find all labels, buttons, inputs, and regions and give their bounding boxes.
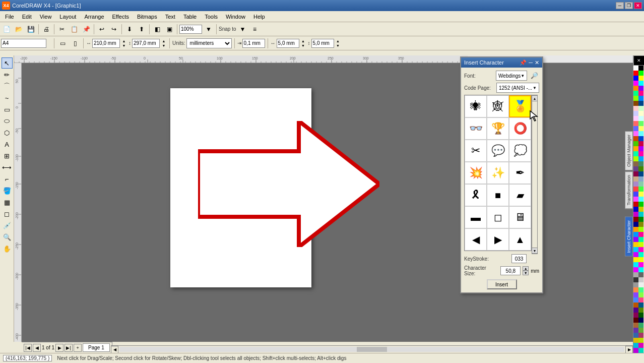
save-button[interactable]: 💾 [25,24,36,35]
scroll-left-btn[interactable]: ◀ [111,346,118,353]
color-swatch[interactable] [638,156,643,161]
color-swatch[interactable] [633,136,638,141]
color-swatch[interactable] [638,292,643,297]
connector-tool[interactable]: ⌐ [2,173,13,185]
char-cell-up[interactable]: ▲ [509,228,531,251]
snap-dropdown-btn[interactable]: ▼ [237,24,248,35]
polygon-tool[interactable]: ⬡ [2,127,13,138]
color-swatch[interactable] [638,217,643,222]
view-mode-btn1[interactable]: ◧ [152,24,163,35]
color-swatch[interactable] [638,338,643,343]
char-cell-thought[interactable]: 💭 [509,140,531,162]
height-down-btn[interactable]: ▼ [161,43,167,48]
v-down-btn[interactable]: ▼ [335,43,341,48]
object-manager-tab[interactable]: Object Manager [625,131,633,170]
color-swatch[interactable] [638,207,643,212]
eyedropper-tool[interactable]: 💉 [2,220,13,231]
insert-button[interactable]: Insert [487,279,517,289]
char-cell-dash[interactable]: ▬ [465,206,487,228]
color-swatch[interactable] [638,146,643,151]
color-swatch[interactable] [633,91,638,96]
height-up-btn[interactable]: ▲ [161,39,167,43]
color-swatch[interactable] [638,262,643,267]
transform-tab[interactable]: Transformation [625,171,633,209]
copy-button[interactable]: 📋 [69,24,80,35]
view-mode-btn2[interactable]: ▣ [164,24,175,35]
color-swatch[interactable] [638,257,643,262]
color-swatch[interactable] [633,232,638,237]
char-cell-trophy[interactable]: 🏆 [487,117,509,140]
color-swatch[interactable] [638,161,643,166]
color-swatch[interactable] [638,232,643,237]
color-swatch[interactable] [633,96,638,101]
menu-view[interactable]: View [36,13,56,21]
color-swatch[interactable] [633,252,638,257]
color-swatch[interactable] [633,237,638,242]
color-swatch[interactable] [633,161,638,166]
print-button[interactable]: 🖨 [41,24,52,35]
color-swatch[interactable] [633,131,638,136]
snap-settings-btn[interactable]: ≡ [249,24,260,35]
hscroll-thumb[interactable] [357,347,387,352]
color-swatch[interactable] [638,212,643,217]
color-swatch[interactable] [633,141,638,146]
color-swatch[interactable] [638,106,643,111]
color-swatch[interactable] [638,66,643,71]
dimension-tool[interactable]: ⟷ [2,162,13,173]
cut-button[interactable]: ✂ [56,24,68,35]
color-swatch[interactable] [633,156,638,161]
color-swatch[interactable] [633,257,638,262]
char-cell-blacksq[interactable]: ■ [487,184,509,206]
pan-tool[interactable]: ✋ [2,243,13,254]
char-cell-pen[interactable]: ✒ [509,162,531,184]
nudge-input[interactable]: 0,1 mm [242,39,265,48]
last-page-btn[interactable]: ▶| [65,344,73,352]
color-swatch[interactable] [638,96,643,101]
v-up-btn[interactable]: ▲ [335,39,341,43]
color-swatch[interactable] [633,277,638,282]
char-cell-web[interactable]: 🕸 [487,95,509,117]
color-swatch[interactable] [633,267,638,272]
paste-button[interactable]: 📌 [81,24,92,35]
color-swatch[interactable] [638,187,643,192]
h-down-btn[interactable]: ▼ [300,43,306,48]
color-swatch[interactable] [638,247,643,252]
menu-file[interactable]: File [1,13,18,21]
bezier-tool[interactable]: ⌒ [2,81,13,92]
undo2-button[interactable]: ↪ [108,24,119,35]
color-swatch[interactable] [633,151,638,156]
color-swatch[interactable] [633,323,638,328]
portrait-btn[interactable]: ▯ [70,38,81,49]
char-cell-circle[interactable]: ⭕ [509,117,531,140]
menu-bitmaps[interactable]: Bitmaps [133,13,161,21]
new-button[interactable]: 📄 [1,24,12,35]
color-swatch[interactable] [633,282,638,287]
outline-tool[interactable]: ◻ [2,208,13,219]
minimize-button[interactable]: ─ [616,2,624,9]
color-swatch[interactable] [638,182,643,187]
char-size-input[interactable]: 50,8 [500,266,521,275]
v-spacing-input[interactable]: 5,0 mm [311,39,334,48]
color-swatch[interactable] [633,81,638,86]
color-swatch[interactable] [638,318,643,323]
color-swatch[interactable] [638,302,643,308]
color-swatch[interactable] [633,313,638,318]
char-cell-square[interactable]: ◻ [487,206,509,228]
width-input[interactable]: 210,0 mm [92,39,120,48]
char-cell-ribbon[interactable]: 🎗 [465,184,487,206]
color-swatch[interactable] [638,151,643,156]
color-swatch[interactable] [638,308,643,313]
zoom-input[interactable]: 100% [179,25,202,34]
color-swatch[interactable] [638,313,643,318]
horizontal-scrollbar[interactable]: ◀ ▶ [111,345,633,353]
color-swatch[interactable] [633,71,638,76]
keystroke-input[interactable]: 033 [511,254,527,263]
menu-window[interactable]: Window [222,13,249,21]
color-swatch[interactable] [638,348,643,353]
panel-pin-btn[interactable]: 📌 [520,59,527,66]
h-up-btn[interactable]: ▲ [300,39,306,43]
char-cell-monitor[interactable]: 🖥 [509,206,531,228]
color-swatch[interactable] [638,81,643,86]
char-cell-burst[interactable]: 💥 [465,162,487,184]
char-cell-scissors[interactable]: ✂ [465,140,487,162]
